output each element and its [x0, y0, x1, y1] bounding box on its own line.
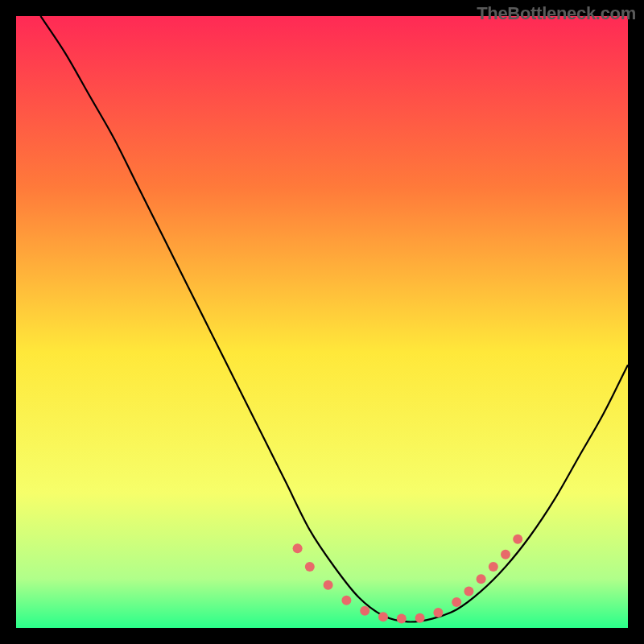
- data-marker: [293, 543, 303, 553]
- plot-area: [16, 16, 628, 628]
- data-marker: [489, 562, 498, 572]
- data-marker: [477, 574, 486, 584]
- watermark-text: TheBottleneck.com: [477, 3, 636, 24]
- chart-container: TheBottleneck.com: [0, 0, 644, 644]
- data-marker: [433, 608, 443, 617]
- data-marker: [415, 613, 425, 623]
- data-marker: [501, 550, 510, 559]
- data-marker: [513, 535, 522, 544]
- gradient-background: [16, 16, 628, 628]
- data-marker: [397, 614, 407, 624]
- data-marker: [305, 562, 315, 572]
- data-marker: [378, 612, 388, 621]
- data-marker: [360, 606, 369, 616]
- data-marker: [452, 597, 461, 607]
- data-marker: [324, 580, 333, 590]
- chart-svg: [16, 16, 628, 628]
- data-marker: [464, 586, 473, 596]
- data-marker: [341, 596, 351, 605]
